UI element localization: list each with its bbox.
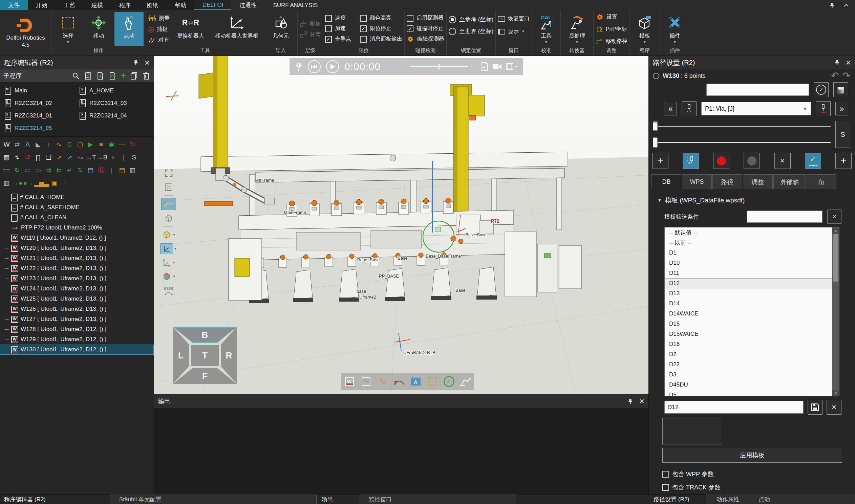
swap-view-button[interactable]: ↷ [359,375,373,388]
template-item[interactable]: D15WAICE [665,329,832,339]
confirm-button[interactable]: ✓ [814,82,829,97]
u-turn-path-icon[interactable]: ∏ [33,151,43,163]
geometry-button[interactable]: 几何元 [266,12,295,46]
snap-button[interactable]: ◎ 捕捉 [148,24,170,34]
subprogram-item[interactable]: M Main [2,84,77,97]
subprogram-item[interactable]: S R2ZC3214_01 [2,109,77,122]
speed-minus-icon[interactable]: − [405,63,408,69]
path-display-button[interactable]: ∿ [376,375,389,388]
grid-view-icon[interactable]: ▦ [1,151,12,163]
divider-icon[interactable]: | [60,177,70,188]
template-filter-input[interactable] [747,211,822,223]
previous-point-button[interactable]: « [664,102,677,115]
radio-icon[interactable] [449,28,456,35]
nav-face-top[interactable]: T [191,345,219,366]
collision-set-icon[interactable]: ▣ [50,177,60,188]
search-icon[interactable] [72,72,80,80]
measure-button[interactable]: |↔| 测量 [148,13,170,23]
chart-button[interactable] [392,375,406,388]
play-button[interactable] [326,60,339,73]
statement-row[interactable]: W122 [ Utool1, Uframe2, D13, () ] [0,263,154,273]
statement-row[interactable]: PTP P72 Utool1 Uframe2 100% [0,223,154,233]
doc-ghost-2-icon[interactable]: ▭ [33,164,43,176]
template-item[interactable]: D2 [665,349,832,359]
jump-icon[interactable]: ↵ [64,164,75,176]
template-item[interactable]: D5 [665,390,832,396]
copy-icon[interactable] [130,72,138,80]
rotate-ccw-icon[interactable]: ↺ [22,151,33,163]
calibration-tool-button[interactable]: CAL 工具▼ [534,12,558,46]
settings-tab[interactable]: WPS [682,174,712,189]
limit-checkbox[interactable]: 加速 [325,23,351,34]
template-item[interactable]: D22 [665,359,832,370]
move-tool-to-point-button[interactable] [683,152,699,169]
menu-item[interactable]: 开始 [28,0,55,10]
subprogram-item[interactable]: S R2ZC3214_05 [2,122,77,134]
rewind-button[interactable] [308,60,321,73]
print-icon[interactable]: ▥ [1,177,12,188]
postprocess-button[interactable]: 后处理▼ [563,12,591,46]
listbox-scrollbar[interactable]: ▲ ▼ [832,228,839,396]
lock-radio[interactable]: 至参考 (坐标) [449,14,493,25]
delete-icon[interactable] [142,72,150,80]
subprogram-item[interactable]: S R2ZC3214_02 [2,97,77,109]
menu-item[interactable]: 工艺 [55,0,83,10]
subprogram-item[interactable]: S R2ZC3214_03 [77,97,152,109]
checkbox-icon[interactable] [407,15,413,22]
statement-row[interactable]: W120 [ Utool1, Uframe2, D13, () ] [0,243,154,253]
checkbox-icon[interactable] [325,36,332,43]
pin-icon[interactable] [132,58,140,67]
robot-config-button[interactable] [459,375,473,388]
open-folder-icon[interactable]: ❏ [43,151,54,163]
checkbox-icon[interactable] [325,15,332,22]
pin-icon[interactable] [833,58,841,67]
close-icon[interactable]: × [145,59,150,66]
clear-filter-button[interactable]: × [827,210,841,224]
export-program-icon[interactable] [108,72,117,80]
pin-window-icon[interactable] [828,1,836,10]
move-world-frame-button[interactable]: 移动机器人世界框 [212,12,262,46]
delete-point-button[interactable]: × [774,152,791,169]
tab-program-editor[interactable]: 程序编辑器 (R2) [4,494,46,504]
template-item[interactable]: D1 [665,248,832,258]
statement-row[interactable]: W125 [ Utool1, Uframe2, D13, () ] [0,294,154,304]
template-item[interactable]: D14WAICE [665,309,832,319]
checkbox-icon[interactable] [662,471,669,478]
stop-icon[interactable]: Ⓢ [96,164,106,176]
point-name-input[interactable] [706,84,809,96]
menu-item[interactable]: 程序 [111,0,139,10]
menu-item[interactable]: SURF ANALYSIS [265,0,326,10]
validate-button[interactable]: ✓ [442,375,456,388]
axes-display-button[interactable]: ▼ [162,257,175,268]
doc-ghost-1-icon[interactable]: ▭ [22,164,33,176]
settings-tab[interactable]: DB [652,174,681,189]
close-icon[interactable]: × [846,59,851,66]
pin-icon[interactable] [626,397,635,405]
radio-icon[interactable] [449,16,456,23]
route-icon[interactable]: ↯ [12,151,22,163]
swap-robot-button[interactable]: R⇄R 更换机器人 [174,12,208,46]
insert-point-icon[interactable]: ↓ [43,139,54,150]
lock-radio[interactable]: 至世界 (坐标) [449,25,493,37]
circular-move-icon[interactable]: C [64,139,75,150]
template-item[interactable]: D3 [665,370,832,380]
display-menu-button[interactable]: 显示▼ [498,26,530,37]
menu-item[interactable]: 建模 [83,0,111,10]
shaded-view-button[interactable]: ▼ [161,229,176,241]
tab-path-settings[interactable]: 路径设置 (R2) [654,494,690,504]
to-base-icon[interactable]: →B [96,151,108,163]
play-program-icon[interactable]: ▶ [85,139,96,150]
path-segment-icon[interactable]: ∿ [54,139,64,150]
collision-checkbox[interactable]: 启用探测器 [407,13,444,23]
select-point-icon[interactable]: W [1,139,12,150]
limit-checkbox[interactable]: 颜色高亮 [360,13,402,23]
limit-checkbox[interactable]: 速度 [325,13,351,23]
tab-monitor-window[interactable]: 监控窗口 [360,494,516,504]
to-tool-icon[interactable]: →T [85,151,96,163]
apply-template-button[interactable]: 应用模板 [662,448,842,463]
template-section-header[interactable]: ▼ 模板 (WPS_DataFile.wpsdf) [658,196,855,205]
branch-in-icon[interactable]: ⇇ [54,164,64,176]
path-position-slider[interactable] [652,121,832,132]
menu-item[interactable]: 帮助 [166,0,194,10]
checkbox-icon[interactable] [360,15,367,22]
